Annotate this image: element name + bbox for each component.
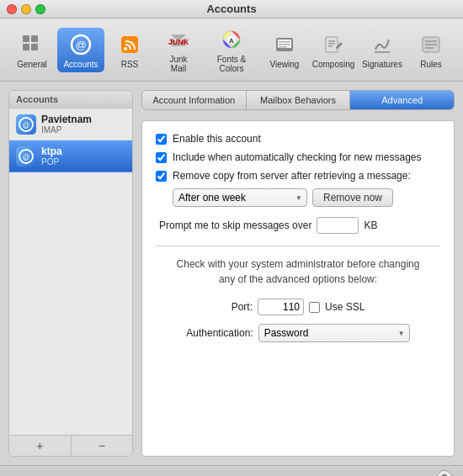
account-item-pavietnam[interactable]: @ Pavietnam IMAP [9, 108, 132, 140]
add-account-button[interactable]: + [9, 436, 71, 456]
account-icon-ktpa: @ [16, 146, 36, 167]
viewing-icon [271, 31, 298, 58]
auth-dropdown-wrapper: Password MD5 Challenge-Response NTLM Ker… [258, 324, 410, 342]
junkmail-icon: JUNK [165, 26, 192, 53]
window-title: Accounts [206, 3, 256, 15]
toolbar: General @ Accounts RSS JUNK [0, 19, 463, 82]
account-info-pavietnam: Pavietnam IMAP [41, 114, 92, 135]
svg-rect-6 [121, 36, 138, 53]
form-area: Enable this account Include when automat… [141, 120, 455, 457]
account-type-ktpa: POP [41, 157, 62, 167]
remove-account-button[interactable]: − [71, 436, 133, 456]
toolbar-junkmail[interactable]: JUNK Junk Mail [155, 23, 202, 77]
svg-rect-16 [279, 44, 290, 45]
composing-icon [320, 31, 347, 58]
main-area: Accounts @ Pavietnam IMAP [0, 82, 463, 465]
general-icon [19, 31, 45, 58]
port-row: Port: Use SSL [156, 299, 440, 315]
skip-row: Prompt me to skip messages over KB [159, 217, 440, 234]
include-checking-label[interactable]: Include when automatically checking for … [173, 151, 422, 163]
junkmail-label: Junk Mail [162, 55, 195, 73]
include-checking-checkbox[interactable] [156, 152, 167, 163]
port-input[interactable] [258, 299, 304, 315]
rules-icon [418, 31, 444, 58]
fontscolors-label: Fonts & Colors [210, 55, 253, 73]
use-ssl-label: Use SSL [325, 301, 365, 313]
skip-label-suffix: KB [364, 219, 377, 231]
auth-dropdown[interactable]: Password MD5 Challenge-Response NTLM Ker… [258, 324, 410, 342]
enable-account-checkbox[interactable] [156, 134, 167, 145]
svg-rect-17 [279, 46, 287, 48]
viewing-label: Viewing [270, 60, 300, 69]
include-checking-row: Include when automatically checking for … [156, 151, 440, 163]
rules-label: Rules [420, 60, 442, 69]
account-name-pavietnam: Pavietnam [41, 114, 92, 125]
signatures-label: Signatures [362, 60, 402, 69]
after-dropdown[interactable]: After one day After one week After one m… [173, 188, 307, 207]
content-pane: Account Information Mailbox Behaviors Ad… [133, 82, 463, 465]
toolbar-signatures[interactable]: Signatures [359, 28, 406, 72]
toolbar-general[interactable]: General [8, 28, 56, 72]
info-text: Check with your system administrator bef… [156, 257, 440, 287]
account-type-pavietnam: IMAP [41, 125, 92, 135]
window-controls [7, 4, 45, 14]
signatures-icon [369, 31, 396, 58]
svg-rect-18 [326, 37, 338, 52]
tab-mailbox-behaviors[interactable]: Mailbox Behaviors [247, 91, 351, 109]
auth-row: Authentication: Password MD5 Challenge-R… [156, 324, 440, 342]
toolbar-accounts[interactable]: @ Accounts [57, 28, 104, 72]
remove-copy-label[interactable]: Remove copy from server after retrieving… [173, 170, 411, 182]
tab-account-information[interactable]: Account Information [142, 91, 247, 109]
divider [156, 246, 440, 246]
svg-point-7 [124, 47, 127, 50]
svg-rect-0 [23, 35, 29, 42]
sidebar-footer: + − [9, 435, 132, 456]
svg-rect-3 [31, 44, 38, 50]
svg-rect-1 [23, 44, 29, 50]
after-dropdown-row: After one day After one week After one m… [173, 188, 440, 207]
svg-rect-2 [31, 35, 38, 42]
minimize-button[interactable] [21, 4, 31, 14]
svg-text:@: @ [75, 39, 86, 51]
tabs: Account Information Mailbox Behaviors Ad… [141, 90, 455, 110]
sidebar: Accounts @ Pavietnam IMAP [8, 90, 133, 457]
title-bar: Accounts [0, 0, 463, 19]
remove-copy-checkbox[interactable] [156, 171, 167, 182]
account-info-ktpa: ktpa POP [41, 145, 62, 167]
composing-label: Composing [312, 60, 355, 69]
svg-text:JUNK: JUNK [168, 38, 189, 46]
svg-text:@: @ [22, 153, 29, 161]
port-label: Port: [232, 301, 253, 313]
accounts-label: Accounts [63, 60, 98, 69]
use-ssl-checkbox[interactable] [309, 302, 320, 313]
toolbar-viewing[interactable]: Viewing [261, 28, 308, 72]
svg-rect-15 [279, 41, 290, 43]
enable-account-label[interactable]: Enable this account [173, 133, 261, 145]
account-item-ktpa[interactable]: @ ktpa POP [9, 140, 132, 172]
remove-copy-row: Remove copy from server after retrieving… [156, 170, 440, 182]
toolbar-fontscolors[interactable]: A Fonts & Colors [204, 23, 259, 77]
after-dropdown-wrapper: After one day After one week After one m… [173, 188, 307, 207]
rss-label: RSS [121, 60, 139, 69]
enable-account-row: Enable this account [156, 133, 440, 145]
account-name-ktpa: ktpa [41, 145, 62, 157]
remove-now-button[interactable]: Remove now [312, 188, 393, 207]
auth-label: Authentication: [186, 327, 253, 339]
maximize-button[interactable] [35, 4, 45, 14]
tab-advanced[interactable]: Advanced [350, 91, 454, 109]
skip-input[interactable] [317, 217, 359, 234]
bottom-bar: ? [0, 465, 463, 476]
help-button[interactable]: ? [436, 470, 453, 477]
accounts-icon: @ [67, 31, 94, 58]
toolbar-composing[interactable]: Composing [310, 28, 357, 72]
general-label: General [17, 60, 47, 69]
toolbar-rss[interactable]: RSS [106, 28, 153, 72]
fontscolors-icon: A [218, 26, 245, 53]
svg-text:@: @ [22, 121, 29, 130]
rss-icon [116, 31, 143, 58]
skip-label-prefix: Prompt me to skip messages over [159, 219, 311, 231]
close-button[interactable] [7, 4, 17, 14]
toolbar-rules[interactable]: Rules [407, 28, 455, 72]
svg-text:A: A [229, 37, 234, 45]
sidebar-header: Accounts [9, 91, 132, 108]
